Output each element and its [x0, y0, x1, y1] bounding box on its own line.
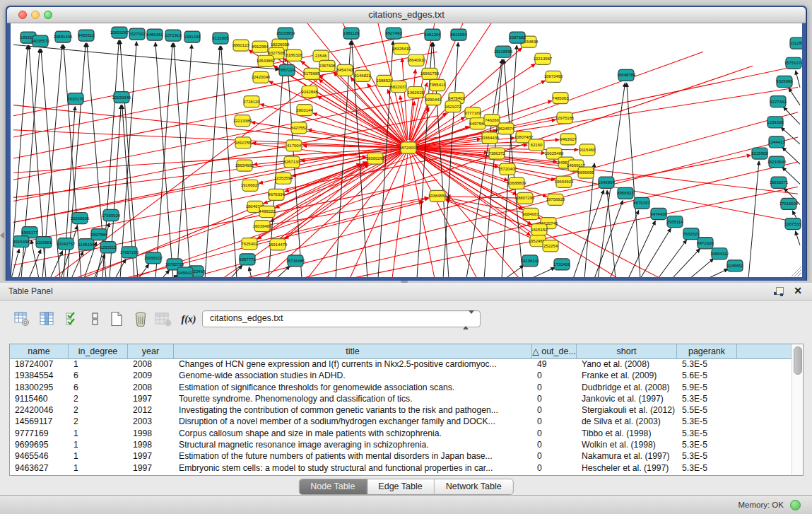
memory-ok-indicator-icon[interactable]	[790, 500, 801, 510]
column-header-filler[interactable]	[737, 344, 792, 358]
delete-table-button[interactable]	[153, 310, 174, 329]
column-header-title[interactable]: title	[174, 344, 532, 358]
function-builder-button[interactable]: f(x)	[178, 310, 199, 329]
cell-year[interactable]: 2012	[128, 404, 174, 416]
cell-year[interactable]: 1997	[128, 462, 174, 474]
cell-year[interactable]: 1998	[128, 439, 174, 450]
cell-out_degree[interactable]: 0	[532, 404, 577, 416]
cell-year[interactable]: 1998	[128, 428, 174, 439]
citation-network-graph[interactable]: 1872400788601238912954182260589327508818…	[11, 23, 802, 277]
cell-year[interactable]: 1997	[128, 450, 174, 462]
cell-pagerank[interactable]: 5.9E-5	[677, 382, 737, 393]
cell-_filler[interactable]	[737, 382, 792, 393]
cell-short[interactable]: Hescheler et al. (1997)	[577, 462, 677, 474]
column-header-pagerank[interactable]: pagerank	[677, 344, 737, 358]
cell-out_degree[interactable]: 0	[532, 439, 577, 450]
resize-grip[interactable]	[792, 267, 801, 276]
cell-name[interactable]: 9115460	[10, 393, 69, 404]
table-row[interactable]: 969969511998Structural magnetic resonanc…	[10, 439, 792, 450]
cell-title[interactable]: Changes of HCN gene expression and I(f) …	[174, 358, 532, 370]
cell-in_degree[interactable]: 1	[69, 358, 128, 370]
cell-name[interactable]: 9699695	[10, 439, 69, 450]
cell-short[interactable]: Stergiakouli et al. (2012)	[577, 404, 677, 416]
cell-_filler[interactable]	[737, 358, 792, 370]
cell-_filler[interactable]	[737, 370, 792, 381]
cell-title[interactable]: Genome-wide association studies in ADHD.	[174, 370, 532, 381]
cell-out_degree[interactable]: 49	[532, 358, 577, 370]
select-columns-button[interactable]	[62, 310, 83, 329]
cell-pagerank[interactable]: 5.3E-5	[677, 450, 737, 462]
cell-in_degree[interactable]: 6	[69, 370, 128, 381]
cell-short[interactable]: Wolkin et al. (1998)	[577, 439, 677, 450]
show-columns-button[interactable]	[37, 310, 58, 329]
cell-out_degree[interactable]: 0	[532, 428, 577, 439]
cell-pagerank[interactable]: 5.3E-5	[677, 439, 737, 450]
cell-in_degree[interactable]: 1	[69, 462, 128, 474]
panel-collapse-arrow-icon[interactable]	[0, 232, 4, 239]
column-header-in_degree[interactable]: in_degree	[69, 344, 128, 358]
cell-name[interactable]: 9465546	[10, 450, 69, 462]
vertical-scrollbar[interactable]	[792, 344, 803, 475]
network-canvas[interactable]: 1872400788601238912954182260589327508818…	[11, 23, 802, 277]
cell-out_degree[interactable]: 0	[532, 462, 577, 474]
cell-in_degree[interactable]: 2	[69, 416, 128, 427]
table-selector-dropdown[interactable]: citations_edges.txt	[202, 310, 481, 327]
cell-in_degree[interactable]: 1	[69, 439, 128, 450]
tab-node-table[interactable]: Node Table	[299, 479, 367, 494]
table-row[interactable]: 2242004622012Investigating the contribut…	[10, 404, 792, 416]
cell-_filler[interactable]	[737, 404, 792, 416]
create-column-button[interactable]	[106, 310, 127, 329]
table-row[interactable]: 946362711997Embryonic stem cells: a mode…	[10, 462, 792, 474]
cell-_filler[interactable]	[737, 462, 792, 474]
table-row[interactable]: 1830029562008Estimation of significance …	[10, 382, 792, 393]
cell-title[interactable]: Corpus callosum shape and size in male p…	[174, 428, 532, 439]
cell-in_degree[interactable]: 2	[69, 404, 128, 416]
table-mode-button[interactable]	[11, 310, 33, 329]
cell-title[interactable]: Estimation of significance thresholds fo…	[174, 382, 532, 393]
column-header-short[interactable]: short	[577, 344, 677, 358]
cell-short[interactable]: Tibbo et al. (1998)	[577, 428, 677, 439]
cell-_filler[interactable]	[737, 428, 792, 439]
cell-name[interactable]: 18300295	[10, 382, 69, 393]
cell-title[interactable]: Tourette syndrome. Phenomenology and cla…	[174, 393, 532, 404]
tab-edge-table[interactable]: Edge Table	[367, 479, 434, 494]
cell-out_degree[interactable]: 0	[532, 370, 577, 381]
cell-name[interactable]: 9777169	[10, 428, 69, 439]
cell-short[interactable]: Jankovic et al. (1997)	[577, 393, 677, 404]
cell-in_degree[interactable]: 1	[69, 428, 128, 439]
close-panel-icon[interactable]: ✕	[794, 285, 802, 296]
cell-name[interactable]: 9463627	[10, 462, 69, 474]
cell-pagerank[interactable]: 5.6E-5	[677, 370, 737, 381]
table-row[interactable]: 946554611997Estimation of the future num…	[10, 450, 792, 462]
cell-out_degree[interactable]: 0	[532, 450, 577, 462]
cell-out_degree[interactable]: 0	[532, 416, 577, 427]
cell-short[interactable]: de Silva et al. (2003)	[577, 416, 677, 427]
tab-network-table[interactable]: Network Table	[435, 479, 513, 494]
cell-name[interactable]: 22420046	[10, 404, 69, 416]
cell-short[interactable]: Yano et al. (2008)	[577, 358, 677, 370]
cell-year[interactable]: 2008	[128, 358, 174, 370]
table-row[interactable]: 1456911722003Disruption of a novel membe…	[10, 416, 792, 427]
cell-pagerank[interactable]: 5.3E-5	[677, 462, 737, 474]
cell-short[interactable]: Franke et al. (2009)	[577, 370, 677, 381]
cell-year[interactable]: 2009	[128, 370, 174, 381]
network-window-titlebar[interactable]: citations_edges.txt	[7, 7, 806, 23]
cell-in_degree[interactable]: 2	[69, 393, 128, 404]
cell-pagerank[interactable]: 5.3E-5	[677, 416, 737, 427]
cell-short[interactable]: Nakamura et al. (1997)	[577, 450, 677, 462]
cell-title[interactable]: Investigating the contribution of common…	[174, 404, 532, 416]
cell-in_degree[interactable]: 6	[69, 382, 128, 393]
column-header-year[interactable]: year	[128, 344, 174, 358]
column-header-name[interactable]: name	[10, 344, 69, 358]
cell-short[interactable]: Dudbridge et al. (2008)	[577, 382, 677, 393]
cell-out_degree[interactable]: 0	[532, 382, 577, 393]
cell-name[interactable]: 14569117	[10, 416, 69, 427]
cell-title[interactable]: Structural magnetic resonance image aver…	[174, 439, 532, 450]
cell-year[interactable]: 2003	[128, 416, 174, 427]
cell-pagerank[interactable]: 5.3E-5	[677, 358, 737, 370]
row-height-button[interactable]	[85, 310, 106, 329]
cell-title[interactable]: Estimation of the future numbers of pati…	[174, 450, 532, 462]
delete-column-button[interactable]	[130, 310, 151, 329]
table-row[interactable]: 911546021997Tourette syndrome. Phenomeno…	[10, 393, 792, 404]
cell-_filler[interactable]	[737, 393, 792, 404]
